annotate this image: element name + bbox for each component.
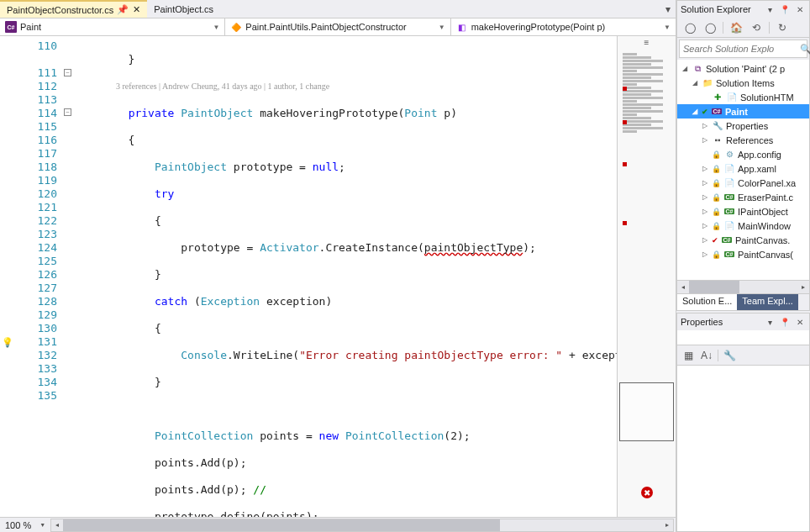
tab-paintobjectconstructor[interactable]: PaintObjectConstructor.cs 📌 ✕ [0,0,147,18]
tree-node-file[interactable]: ▷ 🔒 📄 App.xaml [677,161,809,176]
tree-node-paint-project[interactable]: ◢ ✔ C# Paint [677,104,809,119]
expand-icon[interactable]: ▷ [701,179,709,187]
tree-node-file[interactable]: ✚ 📄 SolutionHTM [677,90,809,104]
code-line: { [76,134,617,147]
window-position-icon[interactable]: ▾ [764,3,776,15]
fold-toggle[interactable]: − [64,108,71,116]
tree-node-solution[interactable]: ◢ ⧉ Solution 'Paint' (2 p [677,61,809,76]
close-icon[interactable]: ✕ [794,316,806,328]
panel-title: Solution Explorer [681,4,760,14]
tab-paintobject[interactable]: PaintObject.cs [147,0,220,18]
type-name: Paint.PaintUtils.PaintObjectConstructor [245,22,406,32]
tree-node-solution-items[interactable]: ◢ 📁 Solution Items [677,76,809,90]
xaml-icon: 📄 [723,220,735,232]
error-marker[interactable] [623,221,627,225]
close-icon[interactable]: ✕ [794,3,806,15]
solution-tree[interactable]: ◢ ⧉ Solution 'Paint' (2 p ◢ 📁 Solution I… [677,60,809,280]
scroll-right-icon[interactable]: ▸ [797,281,809,293]
pin-icon[interactable]: 📍 [779,3,791,15]
project-dropdown[interactable]: C# Paint ▼ [0,18,225,35]
scrollbar-thumb[interactable] [63,519,500,531]
home-icon[interactable]: 🏠 [728,20,744,35]
window-position-icon[interactable]: ▾ [764,316,776,328]
refresh-icon[interactable]: ↻ [775,20,790,35]
expand-icon[interactable]: ▷ [701,222,709,229]
tab-pin-icon[interactable]: 📌 [118,6,127,14]
scroll-right-icon[interactable]: ▸ [661,519,673,531]
vertical-scrollbar-map[interactable]: ≡ ✖ [617,36,676,517]
code-line: points.Add(p); [76,456,617,470]
chevron-down-icon: ▼ [213,24,219,31]
alphabetical-icon[interactable]: A↓ [699,348,714,363]
expand-icon[interactable]: ▷ [701,193,709,201]
expand-icon[interactable]: ◢ [691,79,699,87]
tree-node-file[interactable]: ▷ 🔒 📄 ColorPanel.xa [677,176,809,190]
error-marker[interactable] [623,162,627,166]
minimap-viewport[interactable] [619,382,674,441]
panel-tab-strip: Solution E... Team Expl... [677,293,809,310]
search-box[interactable]: 🔍 ▼ [679,40,807,58]
expand-icon[interactable]: ▷ [701,250,709,258]
checkout-icon: ✔ [712,236,718,245]
csharp-icon: C# [5,21,17,33]
expand-icon[interactable]: ◢ [681,65,689,72]
navigation-bar: C# Paint ▼ 🔶 Paint.PaintUtils.PaintObjec… [0,18,676,36]
solution-toolbar: ◯ ◯ 🏠 ⟲ ↻ [677,18,809,38]
sync-icon[interactable]: ⟲ [749,20,764,35]
expand-icon[interactable]: ▷ [701,208,709,215]
error-marker[interactable] [623,87,627,91]
tree-horizontal-scrollbar[interactable]: ◂ ▸ [677,280,809,293]
pin-icon[interactable]: 📍 [779,316,791,328]
tree-node-properties[interactable]: ▷ 🔧 Properties [677,119,809,133]
expand-icon[interactable]: ▷ [701,165,709,172]
folder-icon: 📁 [702,77,713,89]
tree-node-file[interactable]: ▷ 🔒 C# PaintCanvas( [677,247,809,261]
properties-grid[interactable] [677,366,809,531]
code-line: PointCollection points = new PointCollec… [76,429,617,443]
lightbulb-icon[interactable]: 💡 [0,335,15,349]
tree-node-references[interactable]: ▷ ▪▪ References [677,133,809,147]
close-icon[interactable]: ✕ [132,6,140,14]
expand-icon[interactable]: ▷ [701,236,709,244]
tree-node-file[interactable]: 🔒 ⚙ App.config [677,147,809,161]
expand-icon[interactable]: ▷ [701,122,709,129]
horizontal-scrollbar[interactable]: ◂ ▸ [50,519,674,532]
member-dropdown[interactable]: ◧ makeHoveringPrototype(Point p) ▼ [451,18,676,35]
back-icon[interactable]: ◯ [682,20,697,35]
tab-solution-explorer[interactable]: Solution E... [677,294,737,310]
active-files-dropdown[interactable]: ▾ [660,0,676,18]
search-input[interactable] [683,44,800,54]
code-editor[interactable]: } 3 references | Andrew Cheung, 41 days … [76,36,617,517]
code-line: try [76,187,617,201]
scrollbar-thumb[interactable] [689,281,739,293]
split-icon[interactable]: ≡ [644,38,650,47]
solution-icon: ⧉ [692,63,703,75]
categorized-icon[interactable]: ▦ [681,348,696,363]
fold-column: − − [64,36,76,517]
panel-title: Properties [681,317,760,327]
csharp-file-icon: C# [723,249,735,261]
expand-icon[interactable]: ◢ [691,108,699,115]
property-pages-icon[interactable]: 🔧 [722,348,737,363]
zoom-level[interactable]: 100 % [0,520,36,530]
scroll-left-icon[interactable]: ◂ [51,519,63,531]
properties-selector[interactable] [677,330,809,345]
tree-node-file[interactable]: ▷ 🔒 C# EraserPaint.c [677,190,809,204]
zoom-dropdown-icon[interactable]: ▼ [36,522,49,528]
error-marker[interactable] [623,120,627,124]
type-dropdown[interactable]: 🔶 Paint.PaintUtils.PaintObjectConstructo… [225,18,450,35]
scroll-left-icon[interactable]: ◂ [677,281,689,293]
tree-node-file[interactable]: ▷ 🔒 C# IPaintObject [677,204,809,219]
fold-toggle[interactable]: − [64,69,71,76]
chevron-down-icon: ▼ [664,24,671,31]
csharp-file-icon: C# [723,206,735,218]
search-icon[interactable]: 🔍 [800,44,810,55]
tab-team-explorer[interactable]: Team Expl... [737,294,798,310]
code-line: { [76,214,617,228]
tree-node-file[interactable]: ▷ ✔ C# PaintCanvas. [677,233,809,247]
error-summary-icon[interactable]: ✖ [641,487,653,498]
expand-icon[interactable]: ▷ [701,136,709,144]
forward-icon[interactable]: ◯ [702,20,718,35]
codelens[interactable]: 3 references | Andrew Cheung, 41 days ag… [76,80,617,93]
tree-node-file[interactable]: ▷ 🔒 📄 MainWindow [677,219,809,233]
